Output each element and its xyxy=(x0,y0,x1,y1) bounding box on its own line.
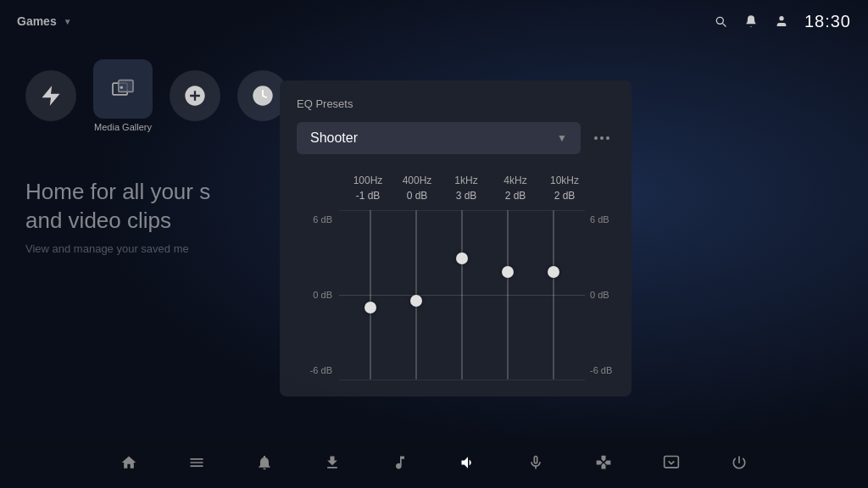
slider-line-3 xyxy=(507,210,509,380)
preset-select-button[interactable]: Shooter ▼ xyxy=(297,122,581,154)
nav-download[interactable] xyxy=(320,450,345,475)
preset-chevron-icon: ▼ xyxy=(557,132,567,144)
db-value-1: 0 dB xyxy=(396,190,438,202)
nav-mic[interactable] xyxy=(523,450,548,475)
freq-label-4: 10kHz xyxy=(543,175,586,186)
topbar-left: Games ▼ xyxy=(17,14,72,28)
freq-labels-row: 100Hz 400Hz 1kHz 4kHz 10kHz xyxy=(297,175,615,186)
freq-label-1: 400Hz xyxy=(396,175,438,186)
db-value-3: 2 dB xyxy=(494,190,537,202)
axis-right-mid: 0 dB xyxy=(590,290,615,300)
bottom-nav xyxy=(0,437,868,488)
app-icon-bolt[interactable] xyxy=(25,70,76,121)
dot-1 xyxy=(594,136,598,140)
slider-line-2 xyxy=(461,210,463,380)
slider-thumb-3 xyxy=(502,266,514,278)
preset-selector-row: Shooter ▼ xyxy=(297,122,615,154)
slider-4khz[interactable] xyxy=(491,210,525,380)
main-content: Media Gallery Home for all your s and vi… xyxy=(0,42,868,437)
preset-more-button[interactable] xyxy=(589,131,615,145)
slider-line-1 xyxy=(415,210,417,380)
slider-thumb-4 xyxy=(548,266,559,278)
svg-rect-4 xyxy=(665,457,679,468)
nav-menu[interactable] xyxy=(184,450,209,475)
topbar: Games ▼ 18:30 xyxy=(0,0,868,42)
notifications-icon[interactable] xyxy=(742,12,760,30)
slider-line-4 xyxy=(553,210,554,380)
slider-400hz[interactable] xyxy=(399,210,433,380)
db-axis-right: 6 dB 0 dB -6 dB xyxy=(585,210,615,380)
nav-avatar[interactable] xyxy=(659,450,684,475)
dot-3 xyxy=(606,136,609,140)
db-value-4: 2 dB xyxy=(543,190,586,202)
axis-left-bot: -6 dB xyxy=(297,365,332,375)
slider-1khz[interactable] xyxy=(445,210,479,380)
dot-2 xyxy=(600,136,604,140)
search-icon[interactable] xyxy=(711,12,730,30)
freq-label-3: 4kHz xyxy=(494,175,537,186)
sliders-container: 6 dB 0 dB -6 dB xyxy=(297,210,615,380)
db-axis-left: 6 dB 0 dB -6 dB xyxy=(297,210,339,380)
topbar-right: 18:30 xyxy=(711,12,851,31)
media-gallery-item[interactable]: Media Gallery xyxy=(93,59,153,132)
home-subtitle: View and manage your saved me xyxy=(25,242,210,255)
axis-right-top: 6 dB xyxy=(590,214,615,225)
sliders-inner xyxy=(339,210,585,380)
games-label: Games xyxy=(17,14,57,28)
grid-line-bot xyxy=(339,380,585,380)
db-value-2: 3 dB xyxy=(445,190,487,202)
svg-rect-1 xyxy=(119,80,133,92)
app-icon-plus[interactable] xyxy=(170,70,220,121)
nav-power[interactable] xyxy=(726,450,752,475)
media-gallery-label: Media Gallery xyxy=(94,122,152,132)
slider-100hz[interactable] xyxy=(353,210,387,380)
eq-dialog-title: EQ Presets xyxy=(297,97,615,110)
nav-music[interactable] xyxy=(387,450,413,475)
nav-gamepad[interactable] xyxy=(591,450,616,475)
profile-icon[interactable] xyxy=(772,12,791,30)
nav-speaker[interactable] xyxy=(455,450,481,475)
slider-thumb-1 xyxy=(410,295,422,307)
slider-thumb-2 xyxy=(456,252,468,264)
topbar-icons xyxy=(711,12,791,30)
home-title-line1: Home for all your s and video clips xyxy=(25,178,210,236)
eq-area: 100Hz 400Hz 1kHz 4kHz 10kHz -1 dB 0 dB 3… xyxy=(297,175,615,380)
slider-thumb-0 xyxy=(364,302,376,313)
games-chevron: ▼ xyxy=(64,17,72,26)
slider-10khz[interactable] xyxy=(537,210,570,380)
nav-home[interactable] xyxy=(116,450,142,475)
db-value-0: -1 dB xyxy=(347,190,389,202)
freq-label-0: 100Hz xyxy=(347,175,389,186)
clock: 18:30 xyxy=(804,12,851,31)
axis-left-top: 6 dB xyxy=(297,214,332,225)
preset-select-value: Shooter xyxy=(310,130,358,146)
db-values-row: -1 dB 0 dB 3 dB 2 dB 2 dB xyxy=(297,190,615,202)
media-gallery-icon xyxy=(93,59,153,119)
home-text-block: Home for all your s and video clips View… xyxy=(25,178,210,255)
svg-point-2 xyxy=(120,86,123,89)
axis-left-mid: 0 dB xyxy=(297,290,332,300)
nav-bell[interactable] xyxy=(252,450,277,475)
axis-right-bot: -6 dB xyxy=(590,365,615,375)
eq-dialog: EQ Presets Shooter ▼ 100Hz 400Hz 1kHz 4k… xyxy=(280,80,632,396)
slider-line-0 xyxy=(370,210,371,380)
freq-label-2: 1kHz xyxy=(445,175,487,186)
